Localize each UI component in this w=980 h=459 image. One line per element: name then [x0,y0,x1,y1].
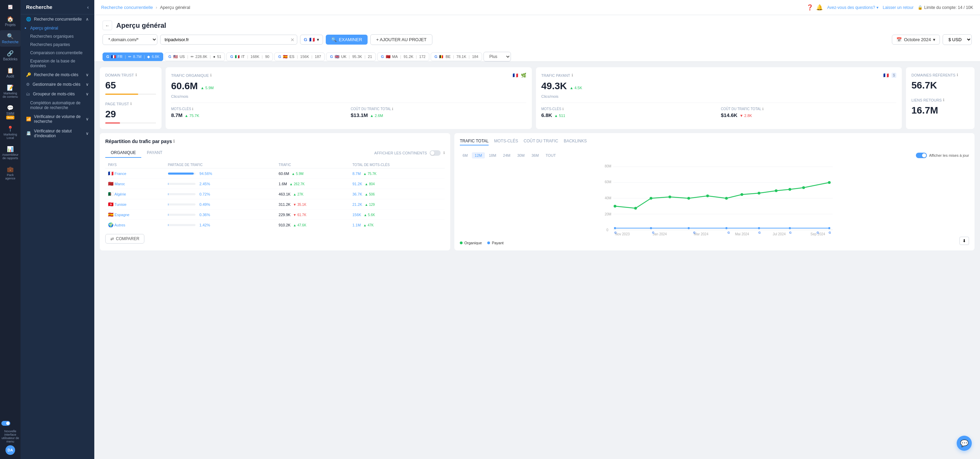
country-link[interactable]: Autres [114,223,125,227]
country-link[interactable]: France [115,172,126,175]
country-flag-icon: 🇪🇸 [108,212,113,217]
sidebar-group-volume[interactable]: 📶 Vérificateur de volume de recherche ∨ [21,112,94,126]
info-icon-ct[interactable]: ℹ [392,107,393,111]
country-tab-us[interactable]: G 🇺🇸 US | ✏ 228.8K | ● 51 [165,53,225,61]
nav-item-backlinks[interactable]: 🔗 Backlinks [0,47,21,64]
info-icon-toggle[interactable]: ℹ [443,151,445,155]
nav-item-pack-agence[interactable]: 💼 Pack agence [0,163,21,183]
traffic-tab-organique[interactable]: ORGANIQUE [105,148,141,158]
download-chart-button[interactable]: ⬇ [959,237,969,245]
pencil-icon: ✏ [128,54,131,59]
help-link[interactable]: Avez-vous des questions? ▾ [827,5,878,10]
fr-flag-tab: 🇫🇷 [111,54,116,59]
country-link[interactable]: Maroc [115,182,125,186]
help-circle-icon[interactable]: ❓ [807,4,813,11]
traffic-tab-payant[interactable]: PAYANT [141,148,168,158]
info-icon-dt[interactable]: ℹ [135,73,137,77]
country-tab-ma[interactable]: G 🇲🇦 MA | 91.2K | 172 [377,53,429,61]
country-engine-select[interactable]: G 🇫🇷 ▾ [300,35,323,45]
traffic-value: 60.6M [279,172,290,175]
country-link[interactable]: Espagne [115,213,129,217]
nav-item-projets[interactable]: 🏠 Projets [0,13,21,30]
time-6m[interactable]: 6M [460,152,471,158]
country-tab-fr[interactable]: G 🇫🇷 FR | ✏ 8.7M | ◆ 6.8K [102,53,163,61]
nav-item-audit[interactable]: 📋 Audit [0,64,21,81]
country-tab-es[interactable]: G 🇪🇸 ES | 156K | 187 [274,53,325,61]
y-label-0: 0 [606,228,609,232]
trafic-organique-flags: 🇫🇷 🌿 [512,73,527,78]
sidebar-group-recherche-concurrentielle[interactable]: 🌐 Recherche concurrentielle ∧ [21,14,94,24]
fr-flag: 🇫🇷 [309,37,315,42]
chevron-down-icon: ∨ [86,72,89,77]
time-tout[interactable]: TOUT [543,152,558,158]
new-ui-label: Nouvelle interface utilisateur de menu [0,429,21,444]
chat-button[interactable]: 💬 [957,436,972,451]
sidebar-group-statut[interactable]: 📇 Vérificateur de statut d'indexation ∨ [21,126,94,141]
sidebar-item-expansion-base[interactable]: Expansion de la base de données [21,57,94,70]
chart-tab-trafic-total[interactable]: TRAFIC TOTAL [460,139,488,145]
circle-us-icon: ● [213,54,216,59]
chart-tab-mots-cles[interactable]: MOTS-CLÉS [494,139,518,145]
keywords-value: 36.7K [353,192,363,196]
country-link[interactable]: Tunisie [115,202,127,207]
country-tab-be[interactable]: G 🇧🇪 BE | 78.1K | 184 [431,53,482,61]
domain-select[interactable]: *.domain.com/*domain.com*.domain.com [102,34,158,45]
info-icon-mkp[interactable]: ℹ [562,107,564,111]
td-keywords: 1.1M ▲ 47K [350,220,445,230]
nav-item-marketing-contenu[interactable]: 📝 Marketing de contenu [0,82,21,101]
info-icon-pt[interactable]: ℹ [130,102,132,106]
td-traffic: 910.2K ▲ 47.6K [276,220,350,230]
nav-item-smm[interactable]: 💬 SMM Beta [0,102,21,122]
domain-search-input[interactable] [160,35,297,45]
sidebar-item-recherches-organiques[interactable]: Recherches organiques [21,32,94,40]
time-12m[interactable]: 12M [472,152,485,158]
search-clear-btn[interactable]: ✕ [290,37,294,43]
updates-toggle-btn[interactable] [916,153,927,158]
more-countries-select[interactable]: Plus [484,52,511,61]
date-picker[interactable]: 📅 Octobre 2024 ▾ [892,35,940,45]
info-icon-tp[interactable]: ℹ [572,73,573,78]
sidebar-item-recherches-payantes[interactable]: Recherches payantes [21,40,94,49]
search-row: *.domain.com/*domain.com*.domain.com ✕ G… [102,34,972,45]
time-18m[interactable]: 18M [486,152,499,158]
bell-icon[interactable]: 🔔 [816,4,823,11]
user-avatar[interactable]: DA [5,445,15,455]
nav-toggle-new-ui[interactable] [0,418,21,429]
sidebar-group-gestionnaire[interactable]: ⚙ Gestionnaire de mots-clés ∨ [21,80,94,89]
chart-tab-cout[interactable]: COÛT DU TRAFIC [523,139,558,145]
nav-item-recherche[interactable]: 🔍 Recherche [0,30,21,47]
feedback-link[interactable]: Laisser un retour [883,5,913,10]
sidebar-item-apercu-general[interactable]: Aperçu général [21,24,94,32]
time-36m[interactable]: 36M [529,152,541,158]
breadcrumb-parent[interactable]: Recherche concurrentielle [101,5,153,10]
nav-item-marketing-local[interactable]: 📍 Marketing Local [0,123,21,142]
organic-dot-13 [828,181,831,184]
chart-tab-backlinks[interactable]: BACKLINKS [564,139,587,145]
compare-button[interactable]: ⇄ COMPARER [105,234,144,244]
info-icon-to[interactable]: ℹ [210,73,212,78]
nav-label-marketing-local: Marketing Local [2,133,19,140]
sidebar-group-groupeur[interactable]: 🗂 Groupeur de mots-clés ∨ [21,89,94,99]
country-tab-it[interactable]: G 🇮🇹 IT | 168K | 90 [226,53,273,61]
sidebar-item-comparaison-concurrentielle[interactable]: Comparaison concurrentielle [21,49,94,57]
back-button[interactable]: ← [102,21,112,30]
sidebar-group-mots-cles[interactable]: 🔑 Recherche de mots-clés ∨ [21,70,94,80]
info-icon-dr[interactable]: ℹ [957,73,958,77]
sidebar-item-completion-auto[interactable]: Complétion automatique de moteur de rech… [21,99,94,112]
add-to-project-button[interactable]: + AJOUTER AU PROJET [370,34,433,45]
info-icon-traffic[interactable]: ℹ [173,139,175,144]
nav-item-assembleur[interactable]: 📊 Assembleur de rapports [0,143,21,163]
examine-button[interactable]: 🔍 EXAMINER [326,35,368,45]
currency-select[interactable]: $ USD [943,34,972,45]
country-link[interactable]: Algérie [114,192,126,196]
info-icon-ctp[interactable]: ℹ [762,107,764,111]
new-ui-toggle[interactable] [2,421,10,426]
dropdown-icon: ▾ [877,5,878,10]
info-icon-mk[interactable]: ℹ [192,107,193,111]
time-24m[interactable]: 24M [500,152,513,158]
sidebar-collapse-btn[interactable]: ‹ [87,4,89,10]
continents-toggle[interactable] [430,150,441,156]
time-30m[interactable]: 30M [515,152,527,158]
info-icon-lr[interactable]: ℹ [943,98,944,102]
country-tab-uk[interactable]: G 🇬🇧 UK | 95.3K | 21 [326,53,376,61]
